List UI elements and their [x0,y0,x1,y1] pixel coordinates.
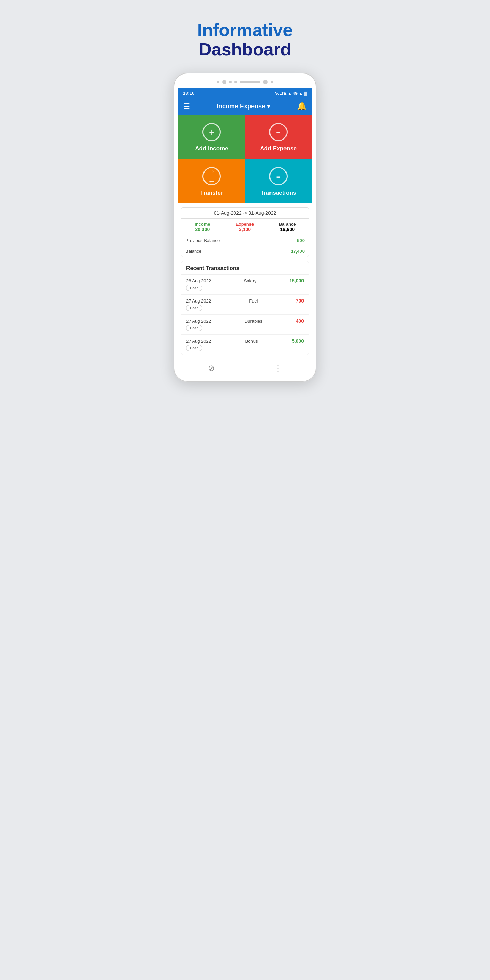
transaction-name-4: Bonus [245,339,258,344]
income-value: 20,000 [183,227,222,232]
page-wrapper: Informative Dashboard 18:16 VoLTE ▲ 4G ▲… [160,14,330,382]
transaction-row-3: 27 Aug 2022 Durables 400 [186,318,304,324]
phone-top-bar [178,80,312,84]
app-title-text: Income Expense [217,103,265,110]
income-col: Income 20,000 [181,219,224,235]
hamburger-icon[interactable]: ☰ [184,102,190,110]
transaction-date-1: 28 Aug 2022 [186,278,211,283]
app-bar: ☰ Income Expense ▾ 🔔 [178,98,312,115]
transaction-date-2: 27 Aug 2022 [186,298,211,304]
balance-label: Balance [267,221,307,227]
phone-dot-4 [234,81,237,83]
transaction-tag-2: Cash [186,305,202,311]
transaction-tag-1: Cash [186,285,202,291]
transaction-row-4: 27 Aug 2022 Bonus 5,000 [186,338,304,344]
transaction-amount-3: 400 [296,318,304,324]
page-header: Informative Dashboard [197,21,293,59]
previous-balance-value: 500 [297,238,305,243]
phone-dot-3 [229,81,232,83]
bell-icon[interactable]: 🔔 [297,102,306,111]
volte-icon: VoLTE [275,91,286,95]
transaction-name-2: Fuel [249,298,258,304]
summary-date: 01-Aug-2022 -> 31-Aug-2022 [181,208,309,219]
signal2-icon: ▲ [299,91,303,95]
balance-col: Balance 16,900 [266,219,309,235]
add-expense-button[interactable]: － Add Expense [245,115,312,159]
expense-label: Expense [225,221,265,227]
add-income-icon: ＋ [202,123,221,141]
status-bar: 18:16 VoLTE ▲ 4G ▲ ▓ [178,89,312,98]
add-expense-label: Add Expense [260,145,297,152]
app-bar-title: Income Expense ▾ [217,102,270,110]
transaction-item[interactable]: 27 Aug 2022 Fuel 700 Cash [181,295,309,315]
phone-camera [263,80,268,84]
transactions-label: Transactions [261,189,296,196]
phone-mockup: 18:16 VoLTE ▲ 4G ▲ ▓ ☰ Income Expense ▾ … [173,73,317,382]
transaction-item[interactable]: 27 Aug 2022 Durables 400 Cash [181,315,309,335]
transactions-button[interactable]: ≡ Transactions [245,159,312,203]
phone-dot-2 [222,80,226,84]
phone-dot-5 [270,81,273,83]
expense-col: Expense 3,100 [224,219,266,235]
summary-card: 01-Aug-2022 -> 31-Aug-2022 Income 20,000… [181,207,309,257]
dropdown-icon[interactable]: ▾ [267,102,270,110]
recent-transactions-title: Recent Transactions [181,261,309,275]
bottom-nav: ⊘ ⋮ [178,359,312,375]
transaction-tag-4: Cash [186,345,202,351]
add-income-button[interactable]: ＋ Add Income [178,115,245,159]
transaction-row-1: 28 Aug 2022 Salary 15,000 [186,278,304,283]
transaction-amount-4: 5,000 [292,338,304,344]
transaction-name-3: Durables [245,318,262,324]
bottom-nav-left-icon[interactable]: ⊘ [208,363,215,373]
signal-icon: ▲ [288,91,292,95]
action-grid: ＋ Add Income － Add Expense → ← Transfer [178,115,312,203]
transactions-icon: ≡ [269,167,288,185]
status-time: 18:16 [183,91,194,95]
total-balance-row: Balance 17,400 [181,246,309,256]
add-income-label: Add Income [195,145,228,152]
transaction-row-2: 27 Aug 2022 Fuel 700 [186,298,304,304]
add-expense-icon: － [269,123,288,141]
transaction-item[interactable]: 27 Aug 2022 Bonus 5,000 Cash [181,335,309,355]
recent-transactions-card: Recent Transactions 28 Aug 2022 Salary 1… [181,261,309,355]
transaction-tag-3: Cash [186,325,202,331]
balance-value: 16,900 [267,227,307,232]
transaction-item[interactable]: 28 Aug 2022 Salary 15,000 Cash [181,275,309,295]
transfer-button[interactable]: → ← Transfer [178,159,245,203]
summary-row-header: Income 20,000 Expense 3,100 Balance 16,9… [181,219,309,235]
total-balance-label: Balance [185,249,291,254]
transfer-label: Transfer [200,189,223,196]
bottom-nav-right-icon[interactable]: ⋮ [274,363,282,373]
status-icons: VoLTE ▲ 4G ▲ ▓ [275,91,307,95]
phone-speaker [240,81,260,83]
phone-dot-1 [217,81,220,83]
transaction-date-4: 27 Aug 2022 [186,339,211,344]
previous-balance-row: Previous Balance 500 [181,235,309,246]
total-balance-value: 17,400 [291,249,305,254]
previous-balance-label: Previous Balance [185,238,297,243]
transaction-date-3: 27 Aug 2022 [186,318,211,324]
header-dashboard: Dashboard [197,40,293,59]
expense-value: 3,100 [225,227,265,232]
transaction-amount-1: 15,000 [289,278,304,283]
income-label: Income [183,221,222,227]
battery-icon: ▓ [304,91,307,95]
network-4g-icon: 4G [293,91,298,95]
transfer-icon: → ← [202,167,221,185]
transaction-amount-2: 700 [296,298,304,304]
header-informative: Informative [197,21,293,40]
transaction-name-1: Salary [244,278,256,283]
